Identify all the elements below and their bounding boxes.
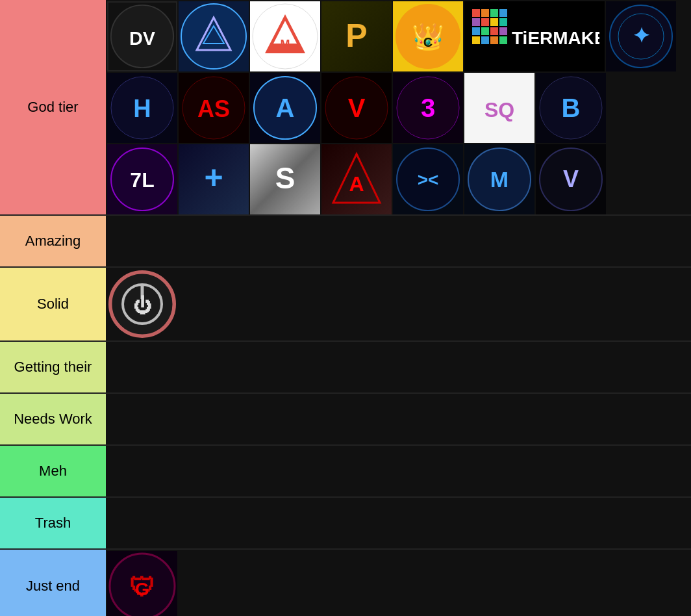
svg-text:P: P xyxy=(346,18,367,54)
tier-row-trash: Trash xyxy=(0,498,691,550)
logo-s-metal[interactable]: S xyxy=(250,144,320,214)
logo-sq[interactable]: SQ xyxy=(464,73,534,143)
logo-circ[interactable]: ✦ xyxy=(606,1,676,71)
tier-content-trash xyxy=(106,498,691,548)
tier-content-god: DV xyxy=(106,0,691,214)
svg-text:V: V xyxy=(348,94,366,122)
svg-rect-31 xyxy=(499,27,507,35)
logo-m-blue[interactable]: M xyxy=(464,144,534,214)
svg-rect-29 xyxy=(481,27,489,35)
svg-rect-21 xyxy=(481,9,489,17)
logo-7l[interactable]: 7L xyxy=(107,144,177,214)
logo-3-pink[interactable]: 3 xyxy=(393,73,463,143)
svg-text:A: A xyxy=(349,172,364,196)
svg-text:⏻: ⏻ xyxy=(133,295,151,316)
tier-row-needs: Needs Work xyxy=(0,394,691,446)
svg-rect-20 xyxy=(472,9,480,17)
svg-text:A: A xyxy=(276,94,295,122)
tier-label-needs: Needs Work xyxy=(0,394,106,444)
tier-content-needs xyxy=(106,394,691,444)
tier-row-amazing: Amazing xyxy=(0,216,691,268)
svg-rect-24 xyxy=(472,18,480,26)
logo-a-blue[interactable]: A xyxy=(250,73,320,143)
svg-text:G: G xyxy=(135,579,149,599)
svg-text:B: B xyxy=(562,94,581,122)
svg-rect-23 xyxy=(499,9,507,17)
svg-text:3: 3 xyxy=(421,94,435,122)
svg-text:V: V xyxy=(563,166,579,192)
svg-text:C: C xyxy=(423,35,433,49)
logo-power[interactable]: ⏻ xyxy=(107,269,177,339)
logo-xx[interactable]: >< xyxy=(393,144,463,214)
tier-label-getting: Getting their xyxy=(0,342,106,392)
logo-shield[interactable]: 🛡 G xyxy=(107,551,177,616)
logo-ma[interactable]: M xyxy=(250,1,320,71)
svg-rect-30 xyxy=(490,27,498,35)
tier-content-amazing xyxy=(106,216,691,266)
tier-row-meh: Meh xyxy=(0,446,691,498)
logo-as[interactable]: AS xyxy=(179,73,249,143)
logo-dv[interactable]: DV xyxy=(107,1,177,71)
svg-text:✦: ✦ xyxy=(633,24,650,47)
logo-crown[interactable]: 👑 C xyxy=(393,1,463,71)
svg-rect-35 xyxy=(499,36,507,44)
tier-content-meh xyxy=(106,446,691,496)
tier-label-god: God tier xyxy=(0,0,106,214)
logo-tiermaker[interactable]: TiERMAKER xyxy=(464,1,605,71)
svg-rect-33 xyxy=(481,36,489,44)
tier-row-justend: Just end 🛡 G xyxy=(0,550,691,616)
svg-text:DV: DV xyxy=(129,28,156,49)
svg-rect-34 xyxy=(490,36,498,44)
tier-label-solid: Solid xyxy=(0,268,106,340)
logo-p[interactable]: P xyxy=(321,1,392,71)
svg-point-4 xyxy=(181,4,246,69)
logo-v-dark[interactable]: V xyxy=(536,144,606,214)
svg-rect-22 xyxy=(490,9,498,17)
logo-arrow[interactable] xyxy=(179,1,249,71)
god-logo-row-2: H AS A xyxy=(106,71,691,143)
svg-text:H: H xyxy=(133,95,151,122)
svg-rect-32 xyxy=(472,36,480,44)
tier-list: God tier DV xyxy=(0,0,691,616)
svg-text:S: S xyxy=(275,161,295,195)
svg-text:AS: AS xyxy=(197,96,230,122)
tier-label-trash: Trash xyxy=(0,498,106,548)
tier-label-meh: Meh xyxy=(0,446,106,496)
tier-row-getting: Getting their xyxy=(0,342,691,394)
logo-hex[interactable]: H xyxy=(107,73,177,143)
logo-plus[interactable]: + xyxy=(179,144,249,214)
logo-b-circle[interactable]: B xyxy=(536,73,606,143)
tier-label-amazing: Amazing xyxy=(0,216,106,266)
logo-v-red[interactable]: V xyxy=(321,73,392,143)
svg-text:M: M xyxy=(490,167,509,192)
tier-content-getting xyxy=(106,342,691,392)
svg-rect-25 xyxy=(481,18,489,26)
svg-text:><: >< xyxy=(418,170,439,190)
svg-text:7L: 7L xyxy=(130,168,154,192)
svg-rect-26 xyxy=(490,18,498,26)
logo-a-dark[interactable]: A xyxy=(321,144,392,214)
god-logo-row-1: DV xyxy=(106,0,691,71)
tier-content-solid: ⏻ xyxy=(106,268,691,340)
svg-text:TiERMAKER: TiERMAKER xyxy=(512,28,599,48)
svg-rect-27 xyxy=(499,18,507,26)
tier-row-god: God tier DV xyxy=(0,0,691,216)
tier-row-solid: Solid ⏻ xyxy=(0,268,691,342)
tier-content-justend: 🛡 G xyxy=(106,550,691,616)
svg-text:+: + xyxy=(204,159,223,196)
svg-rect-28 xyxy=(472,27,480,35)
tier-label-justend: Just end xyxy=(0,550,106,616)
svg-text:M: M xyxy=(281,38,290,51)
svg-text:SQ: SQ xyxy=(484,98,514,122)
god-logo-row-3: 7L + xyxy=(106,143,691,214)
